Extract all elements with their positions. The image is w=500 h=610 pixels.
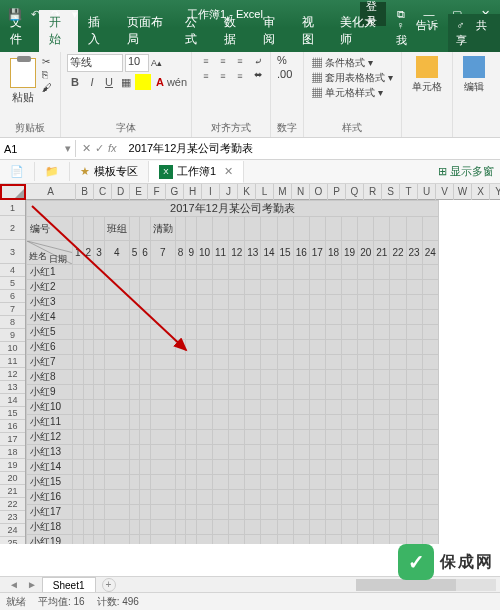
cell[interactable] <box>73 535 84 545</box>
cell[interactable] <box>293 400 309 415</box>
cell[interactable] <box>277 217 293 241</box>
cell[interactable] <box>261 355 277 370</box>
cell[interactable]: 小红13 <box>27 445 73 460</box>
cell[interactable] <box>129 445 140 460</box>
cell[interactable] <box>325 400 341 415</box>
cell[interactable] <box>325 490 341 505</box>
cell[interactable] <box>293 520 309 535</box>
cell[interactable] <box>358 535 374 545</box>
cell[interactable] <box>186 217 197 241</box>
cell[interactable] <box>261 295 277 310</box>
cell[interactable] <box>229 520 245 535</box>
cell[interactable] <box>104 520 129 535</box>
name-box[interactable]: A1▾ <box>0 140 76 157</box>
cell[interactable] <box>229 535 245 545</box>
cell[interactable] <box>390 355 406 370</box>
col-header[interactable]: D <box>112 184 130 200</box>
fx-icon[interactable]: fx <box>108 142 117 155</box>
cell[interactable] <box>293 340 309 355</box>
row-header[interactable]: 14 <box>0 394 25 407</box>
cell[interactable]: 22 <box>390 241 406 265</box>
align-top-icon[interactable]: ≡ <box>198 54 214 68</box>
cell[interactable] <box>342 505 358 520</box>
cell[interactable] <box>277 310 293 325</box>
cell[interactable] <box>406 370 422 385</box>
cell[interactable] <box>104 355 129 370</box>
cell[interactable] <box>390 535 406 545</box>
cell[interactable] <box>245 295 261 310</box>
cell[interactable] <box>104 280 129 295</box>
cell[interactable] <box>94 490 105 505</box>
cell[interactable] <box>186 295 197 310</box>
cell[interactable] <box>94 370 105 385</box>
cell[interactable] <box>175 310 186 325</box>
cell[interactable] <box>390 265 406 280</box>
cells-area[interactable]: 2017年12月某公司考勤表编号班组清勤日期姓名1234567891011121… <box>26 200 439 544</box>
cell[interactable] <box>422 520 438 535</box>
paste-button[interactable]: 粘贴 <box>6 54 40 109</box>
cell[interactable] <box>374 490 390 505</box>
cell[interactable] <box>358 475 374 490</box>
cell[interactable] <box>358 280 374 295</box>
row-header[interactable]: 20 <box>0 472 25 485</box>
cell[interactable] <box>293 430 309 445</box>
multi-window-button[interactable]: ⊞ 显示多窗 <box>438 164 494 179</box>
col-header[interactable]: M <box>274 184 292 200</box>
cell[interactable] <box>213 430 229 445</box>
cell[interactable] <box>342 217 358 241</box>
cell[interactable] <box>358 520 374 535</box>
cell[interactable] <box>213 355 229 370</box>
cell[interactable] <box>175 385 186 400</box>
cells-button[interactable]: 单元格 <box>408 54 446 96</box>
row-header[interactable]: 21 <box>0 485 25 498</box>
cell[interactable] <box>261 415 277 430</box>
cell[interactable] <box>104 475 129 490</box>
cell[interactable] <box>358 325 374 340</box>
cell[interactable] <box>261 280 277 295</box>
cell[interactable] <box>390 445 406 460</box>
cell[interactable] <box>277 370 293 385</box>
cell[interactable] <box>140 325 151 340</box>
horizontal-scrollbar[interactable] <box>356 579 496 591</box>
cell[interactable] <box>213 325 229 340</box>
cell[interactable] <box>150 325 175 340</box>
cell[interactable] <box>196 370 212 385</box>
cell[interactable] <box>186 535 197 545</box>
cell[interactable] <box>309 415 325 430</box>
cell[interactable] <box>73 280 84 295</box>
cell[interactable] <box>358 490 374 505</box>
cell[interactable] <box>325 217 341 241</box>
qat-more-icon[interactable]: ▾ <box>68 7 82 21</box>
cell[interactable] <box>277 505 293 520</box>
cell[interactable] <box>245 490 261 505</box>
cell[interactable] <box>309 400 325 415</box>
cell[interactable] <box>73 325 84 340</box>
cell[interactable] <box>213 445 229 460</box>
cell[interactable] <box>342 520 358 535</box>
row-header[interactable]: 17 <box>0 433 25 446</box>
tab-data[interactable]: 数据 <box>214 10 253 52</box>
cell[interactable] <box>186 445 197 460</box>
redo-icon[interactable]: ↷ <box>48 7 62 21</box>
cell[interactable] <box>129 400 140 415</box>
cell[interactable] <box>293 505 309 520</box>
cell[interactable]: 2017年12月某公司考勤表 <box>27 201 439 217</box>
cell[interactable] <box>245 310 261 325</box>
cell[interactable] <box>150 445 175 460</box>
cell[interactable] <box>245 475 261 490</box>
cell[interactable] <box>390 430 406 445</box>
font-size-select[interactable]: 10 <box>125 54 149 72</box>
cell[interactable] <box>309 460 325 475</box>
cell[interactable] <box>422 490 438 505</box>
col-header[interactable]: C <box>94 184 112 200</box>
font-color-icon[interactable]: A <box>152 74 168 90</box>
cell[interactable] <box>374 505 390 520</box>
cell[interactable] <box>150 295 175 310</box>
cell[interactable] <box>422 505 438 520</box>
cell[interactable]: 清勤 <box>150 217 175 241</box>
cell[interactable] <box>309 217 325 241</box>
cell[interactable] <box>325 415 341 430</box>
cell[interactable] <box>358 310 374 325</box>
cell[interactable] <box>390 295 406 310</box>
cell[interactable] <box>422 355 438 370</box>
